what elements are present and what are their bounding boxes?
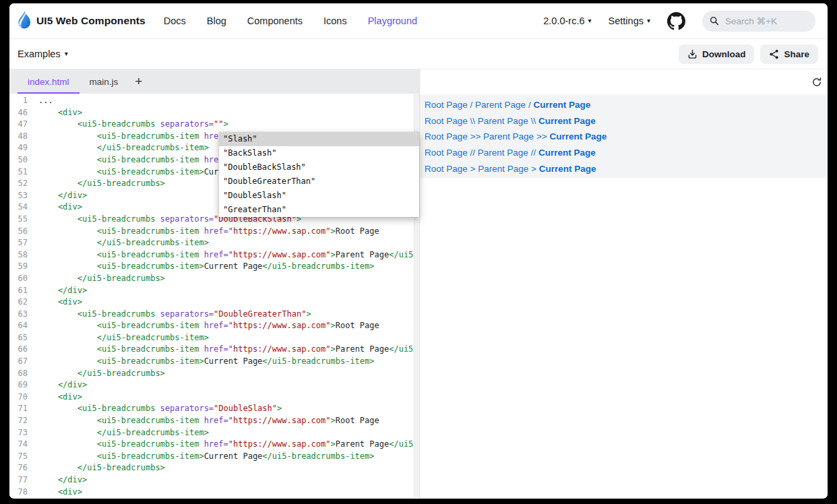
line-number: 74	[9, 439, 28, 451]
code-line[interactable]: 67 <ui5-breadcrumbs-item>Current Page</u…	[9, 356, 419, 368]
autocomplete-option[interactable]: "DoubleSlash"	[219, 189, 419, 203]
line-number: 59	[9, 261, 28, 273]
code-line[interactable]: 65 </ui5-breadcrumbs-item>	[9, 332, 419, 344]
code-line[interactable]: 56 <ui5-breadcrumbs-item href="https://w…	[9, 226, 419, 238]
breadcrumb-current-page: Current Page	[539, 164, 596, 174]
line-number: 1	[9, 95, 28, 107]
code-line[interactable]: 77 </div>	[9, 474, 419, 486]
search-box[interactable]	[702, 11, 815, 32]
line-number: 61	[9, 285, 28, 297]
code-line[interactable]: 61 </div>	[9, 285, 419, 297]
chevron-down-icon: ▾	[65, 51, 68, 57]
autocomplete-option[interactable]: "DoubleGreaterThan"	[219, 175, 419, 189]
code-line[interactable]: 63 <ui5-breadcrumbs separators="DoubleGr…	[9, 309, 419, 321]
code-line[interactable]: 73 </ui5-breadcrumbs-item>	[9, 427, 419, 439]
breadcrumb-separator: >>	[534, 131, 549, 141]
breadcrumb-link-root[interactable]: Root Page	[425, 164, 468, 174]
code-line[interactable]: 59 <ui5-breadcrumbs-item>Current Page</u…	[9, 261, 419, 273]
code-line[interactable]: 1...	[9, 95, 419, 107]
settings-menu[interactable]: Settings ▾	[609, 15, 650, 26]
breadcrumb: Root Page > Parent Page > Current Page	[420, 160, 828, 177]
line-number: 54	[9, 201, 28, 214]
code-line[interactable]: 71 <ui5-breadcrumbs separators="DoubleSl…	[9, 403, 419, 415]
share-icon	[769, 49, 779, 59]
breadcrumb-link-parent[interactable]: Parent Page	[483, 131, 534, 141]
line-number: 49	[9, 142, 28, 154]
breadcrumb-separator: /	[526, 100, 533, 110]
nav-playground[interactable]: Playground	[368, 15, 417, 26]
tab-index-html[interactable]: index.html	[18, 69, 80, 94]
line-number: 50	[9, 154, 28, 166]
autocomplete-option[interactable]: "Slash"	[219, 132, 419, 146]
site-header: UI5 Web Components Docs Blog Components …	[9, 3, 828, 39]
code-line[interactable]: 47 <ui5-breadcrumbs separators="">	[9, 119, 419, 131]
refresh-button[interactable]	[811, 77, 822, 88]
breadcrumb-link-root[interactable]: Root Page	[425, 131, 468, 141]
line-number: 73	[9, 427, 28, 439]
autocomplete-option[interactable]: "GreaterThan"	[219, 203, 419, 217]
autocomplete-option[interactable]: "BackSlash"	[219, 146, 419, 160]
version-menu[interactable]: 2.0.0-rc.6 ▾	[543, 15, 591, 26]
nav-components[interactable]: Components	[247, 15, 303, 26]
line-number: 64	[9, 320, 28, 332]
autocomplete-dropdown: "Slash""BackSlash""DoubleBackSlash""Doub…	[219, 132, 419, 217]
code-line[interactable]: 62 <div>	[9, 296, 419, 309]
code-line[interactable]: 60 </ui5-breadcrumbs>	[9, 273, 419, 285]
nav-icons[interactable]: Icons	[323, 15, 347, 26]
breadcrumb-link-parent[interactable]: Parent Page	[478, 164, 528, 174]
share-button[interactable]: Share	[760, 44, 818, 64]
line-number: 60	[9, 273, 28, 285]
header-right: 2.0.0-rc.6 ▾ Settings ▾	[543, 11, 815, 32]
breadcrumb-link-parent[interactable]: Parent Page	[478, 116, 528, 126]
add-tab-button[interactable]: +	[128, 69, 149, 94]
chevron-down-icon: ▾	[588, 18, 592, 24]
code-line[interactable]: 72 <ui5-breadcrumbs-item href="https://w…	[9, 415, 419, 427]
code-line[interactable]: 75 <ui5-breadcrumbs-item>Current Page</u…	[9, 451, 419, 463]
line-number: 52	[9, 178, 28, 190]
examples-menu[interactable]: Examples ▾	[18, 49, 68, 59]
github-link[interactable]	[667, 12, 685, 30]
code-line[interactable]: 74 <ui5-breadcrumbs-item href="https://w…	[9, 439, 419, 451]
line-number: 57	[9, 237, 28, 249]
line-number: 53	[9, 190, 28, 202]
code-line[interactable]: 70 <div>	[9, 391, 419, 404]
download-icon	[687, 49, 698, 59]
breadcrumb-separator: /	[468, 100, 475, 110]
breadcrumb-separator: >	[468, 164, 478, 174]
code-line[interactable]: 46 <div>	[9, 107, 419, 119]
breadcrumb-current-page: Current Page	[533, 100, 590, 110]
code-line[interactable]: 69 </div>	[9, 379, 419, 391]
breadcrumb-link-parent[interactable]: Parent Page	[478, 148, 528, 158]
nav-blog[interactable]: Blog	[207, 15, 226, 26]
chevron-down-icon: ▾	[647, 18, 650, 24]
breadcrumb-link-root[interactable]: Root Page	[425, 116, 468, 126]
line-number: 71	[9, 403, 28, 415]
breadcrumb-link-root[interactable]: Root Page	[425, 100, 468, 110]
breadcrumb-separator: >>	[468, 131, 483, 141]
tab-main-js[interactable]: main.js	[80, 69, 129, 94]
breadcrumb-separator: //	[468, 148, 478, 158]
code-line[interactable]: 58 <ui5-breadcrumbs-item href="https://w…	[9, 249, 419, 261]
code-line[interactable]: 68 </ui5-breadcrumbs>	[9, 368, 419, 380]
code-line[interactable]: 76 </ui5-breadcrumbs>	[9, 462, 419, 474]
autocomplete-option[interactable]: "DoubleBackSlash"	[219, 160, 419, 175]
breadcrumb-link-parent[interactable]: Parent Page	[475, 100, 526, 110]
nav-docs[interactable]: Docs	[164, 15, 186, 26]
code-line[interactable]: 64 <ui5-breadcrumbs-item href="https://w…	[9, 320, 419, 332]
line-number: 67	[9, 356, 28, 368]
line-number: 76	[9, 462, 28, 474]
code-line[interactable]: 57 </ui5-breadcrumbs-item>	[9, 237, 419, 249]
code-line[interactable]: 78 <div>	[9, 486, 419, 499]
breadcrumb-current-page: Current Page	[538, 148, 596, 158]
brand[interactable]: UI5 Web Components	[16, 10, 146, 32]
line-number: 51	[9, 166, 28, 179]
breadcrumb-separator: \\	[528, 116, 538, 126]
code-line[interactable]: 66 <ui5-breadcrumbs-item href="https://w…	[9, 344, 419, 356]
line-number: 58	[9, 249, 28, 261]
line-number: 62	[9, 296, 28, 309]
search-input[interactable]	[724, 15, 807, 27]
download-button[interactable]: Download	[679, 44, 755, 64]
breadcrumb-link-root[interactable]: Root Page	[425, 148, 468, 158]
brand-title: UI5 Web Components	[36, 15, 146, 27]
search-icon	[710, 16, 719, 26]
